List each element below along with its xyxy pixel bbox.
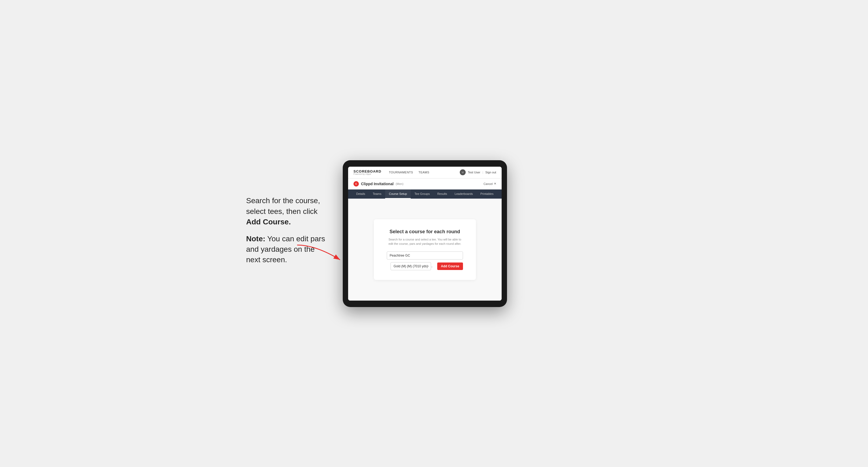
nav-tournaments[interactable]: TOURNAMENTS xyxy=(389,171,413,174)
cancel-label: Cancel xyxy=(484,182,493,185)
tab-tee-groups[interactable]: Tee Groups xyxy=(411,189,433,198)
main-content: Select a course for each round Search fo… xyxy=(348,198,502,301)
logo-title: SCOREBOARD xyxy=(353,169,381,173)
top-nav-right: U Test User | Sign out xyxy=(460,169,496,175)
cancel-button[interactable]: Cancel ✕ xyxy=(484,182,496,185)
nav-links: TOURNAMENTS TEAMS xyxy=(389,171,460,174)
cancel-icon: ✕ xyxy=(494,182,496,185)
tournament-header: C Clippd Invitational (Men) Cancel ✕ xyxy=(348,179,502,189)
top-navigation: SCOREBOARD Powered by clippd TOURNAMENTS… xyxy=(348,167,502,179)
tab-bar: Details Teams Course Setup Tee Groups Re… xyxy=(348,189,502,198)
tablet-screen: SCOREBOARD Powered by clippd TOURNAMENTS… xyxy=(348,167,502,301)
course-selector-description: Search for a course and select a tee. Yo… xyxy=(387,237,463,246)
pipe: | xyxy=(482,171,483,174)
clear-icon[interactable]: × xyxy=(427,264,429,268)
tournament-gender: (Men) xyxy=(396,182,403,185)
tee-select[interactable]: Gold (M) (M) (7010 yds) xyxy=(391,262,431,270)
tab-printables[interactable]: Printables xyxy=(477,189,497,198)
tee-select-row: Gold (M) (M) (7010 yds) × ⌄ Add Course xyxy=(387,262,463,270)
course-selector-card: Select a course for each round Search fo… xyxy=(374,219,476,280)
tab-course-setup[interactable]: Course Setup xyxy=(385,189,411,198)
tournament-name: Clippd Invitational xyxy=(361,182,394,186)
user-avatar: U xyxy=(460,169,466,175)
annotation-bold: Add Course. xyxy=(246,218,291,226)
tablet-device: SCOREBOARD Powered by clippd TOURNAMENTS… xyxy=(343,160,507,307)
add-course-button[interactable]: Add Course xyxy=(437,262,463,270)
nav-teams[interactable]: TEAMS xyxy=(418,171,429,174)
logo-area: SCOREBOARD Powered by clippd xyxy=(353,169,381,175)
tab-details[interactable]: Details xyxy=(352,189,369,198)
tab-results[interactable]: Results xyxy=(433,189,451,198)
annotation-note: Note: You can edit pars and yardages on … xyxy=(246,234,327,265)
tournament-title: C Clippd Invitational (Men) xyxy=(353,181,403,187)
tee-select-wrapper: Gold (M) (M) (7010 yds) × ⌄ xyxy=(387,262,435,270)
tab-leaderboards[interactable]: Leaderboards xyxy=(451,189,477,198)
user-label: Test User xyxy=(468,171,480,174)
tab-teams[interactable]: Teams xyxy=(369,189,385,198)
chevron-down-icon: ⌄ xyxy=(431,264,433,268)
annotation-note-label: Note: xyxy=(246,235,266,243)
course-selector-title: Select a course for each round xyxy=(387,229,463,235)
annotation-line1: Search for the course, select tees, then… xyxy=(246,195,327,227)
logo-subtitle: Powered by clippd xyxy=(353,173,381,175)
annotation-panel: Search for the course, select tees, then… xyxy=(246,195,327,271)
tournament-icon: C xyxy=(353,181,359,187)
course-search-input[interactable] xyxy=(387,251,463,259)
sign-out-link[interactable]: Sign out xyxy=(485,171,496,174)
